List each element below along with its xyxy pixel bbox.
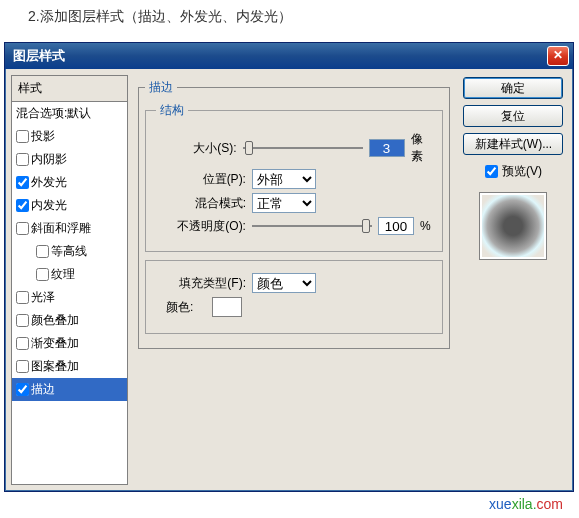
style-item-等高线[interactable]: 等高线 [12,240,127,263]
styles-header[interactable]: 样式 [12,76,127,102]
size-row: 大小(S): 像素 [156,131,432,165]
style-checkbox[interactable] [16,222,29,235]
style-item-颜色叠加[interactable]: 颜色叠加 [12,309,127,332]
opacity-slider[interactable] [252,217,372,235]
style-item-纹理[interactable]: 纹理 [12,263,127,286]
preview-thumbnail [479,192,547,260]
blend-label: 混合模式: [156,195,246,212]
size-label: 大小(S): [156,140,237,157]
opacity-label: 不透明度(O): [156,218,246,235]
right-panel: 确定 复位 新建样式(W)... 预览(V) [460,75,567,485]
color-swatch[interactable] [212,297,242,317]
dialog-titlebar[interactable]: 图层样式 ✕ [5,43,573,69]
style-item-label: 投影 [31,128,55,145]
fill-group: 填充类型(F): 颜色 颜色: [145,260,443,334]
blend-row: 混合模式: 正常 [156,193,432,213]
close-icon: ✕ [553,48,563,62]
style-item-label: 斜面和浮雕 [31,220,91,237]
style-item-图案叠加[interactable]: 图案叠加 [12,355,127,378]
styles-list-panel: 样式 混合选项:默认 投影内阴影外发光内发光斜面和浮雕等高线纹理光泽颜色叠加渐变… [11,75,128,485]
size-input[interactable] [369,139,405,157]
style-item-label: 颜色叠加 [31,312,79,329]
style-checkbox[interactable] [16,360,29,373]
blend-select[interactable]: 正常 [252,193,316,213]
watermark: xuexila.com [489,496,563,512]
reset-button[interactable]: 复位 [463,105,563,127]
style-item-描边[interactable]: 描边 [12,378,127,401]
structure-group: 结构 大小(S): 像素 位置(P): 外部 混合模式: [145,102,443,252]
size-slider[interactable] [243,139,363,157]
style-item-内阴影[interactable]: 内阴影 [12,148,127,171]
position-select[interactable]: 外部 [252,169,316,189]
blending-options-row[interactable]: 混合选项:默认 [12,102,127,125]
position-row: 位置(P): 外部 [156,169,432,189]
style-checkbox[interactable] [16,199,29,212]
structure-label: 结构 [156,102,188,119]
style-item-渐变叠加[interactable]: 渐变叠加 [12,332,127,355]
style-item-label: 光泽 [31,289,55,306]
style-checkbox[interactable] [36,268,49,281]
style-checkbox[interactable] [16,291,29,304]
style-item-外发光[interactable]: 外发光 [12,171,127,194]
opacity-row: 不透明度(O): % [156,217,432,235]
preview-checkbox[interactable] [485,165,498,178]
close-button[interactable]: ✕ [547,46,569,66]
style-item-label: 图案叠加 [31,358,79,375]
color-row: 颜色: [156,297,432,317]
style-item-label: 内发光 [31,197,67,214]
layer-style-dialog: 图层样式 ✕ 样式 混合选项:默认 投影内阴影外发光内发光斜面和浮雕等高线纹理光… [4,42,574,492]
style-checkbox[interactable] [16,130,29,143]
style-checkbox[interactable] [16,314,29,327]
style-checkbox[interactable] [16,383,29,396]
new-style-button[interactable]: 新建样式(W)... [463,133,563,155]
style-checkbox[interactable] [16,337,29,350]
preview-toggle-row: 预览(V) [485,163,542,180]
instruction-text: 2.添加图层样式（描边、外发光、内发光） [28,8,292,26]
options-panel: 描边 结构 大小(S): 像素 位置(P): 外部 [134,75,454,485]
color-label: 颜色: [156,299,206,316]
opacity-input[interactable] [378,217,414,235]
style-item-内发光[interactable]: 内发光 [12,194,127,217]
style-checkbox[interactable] [16,176,29,189]
style-item-投影[interactable]: 投影 [12,125,127,148]
fill-type-select[interactable]: 颜色 [252,273,316,293]
opacity-unit: % [420,219,431,233]
dialog-title: 图层样式 [13,47,65,65]
dialog-body: 样式 混合选项:默认 投影内阴影外发光内发光斜面和浮雕等高线纹理光泽颜色叠加渐变… [5,69,573,491]
fill-type-row: 填充类型(F): 颜色 [156,273,432,293]
style-item-label: 外发光 [31,174,67,191]
style-item-label: 纹理 [51,266,75,283]
ok-button[interactable]: 确定 [463,77,563,99]
style-item-光泽[interactable]: 光泽 [12,286,127,309]
style-checkbox[interactable] [36,245,49,258]
style-item-斜面和浮雕[interactable]: 斜面和浮雕 [12,217,127,240]
size-unit: 像素 [411,131,432,165]
style-checkbox[interactable] [16,153,29,166]
style-item-label: 渐变叠加 [31,335,79,352]
stroke-group-label: 描边 [145,79,177,96]
style-item-label: 内阴影 [31,151,67,168]
style-item-label: 等高线 [51,243,87,260]
fill-type-label: 填充类型(F): [156,275,246,292]
position-label: 位置(P): [156,171,246,188]
style-item-label: 描边 [31,381,55,398]
stroke-group: 描边 结构 大小(S): 像素 位置(P): 外部 [138,79,450,349]
preview-label: 预览(V) [502,163,542,180]
